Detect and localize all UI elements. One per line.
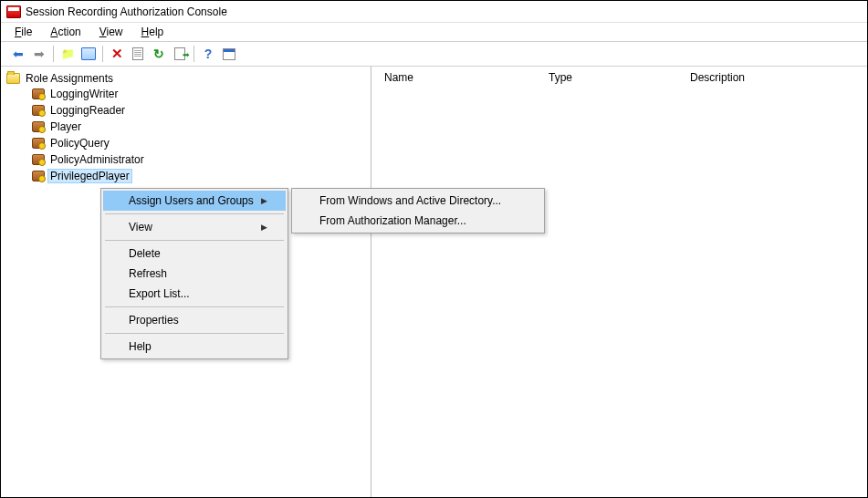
- toolbar-separator: [102, 46, 103, 62]
- ctx-separator: [105, 306, 284, 307]
- app-icon: [6, 5, 21, 18]
- role-icon: [32, 121, 45, 132]
- submenu-arrow-icon: ▶: [261, 196, 267, 205]
- document-icon: [132, 47, 143, 60]
- ctx-item-label: Properties: [129, 314, 179, 327]
- ctx-separator: [105, 333, 284, 334]
- up-button[interactable]: [58, 44, 78, 64]
- tree-item-loggingwriter[interactable]: LoggingWriter: [30, 86, 369, 102]
- calendar-icon: [223, 48, 235, 60]
- sub-from-windows-ad[interactable]: From Windows and Active Directory...: [294, 191, 542, 211]
- export-button[interactable]: [170, 44, 190, 64]
- delete-x-icon: [111, 46, 123, 62]
- toolbar-separator: [53, 46, 54, 62]
- tree-item-loggingreader[interactable]: LoggingReader: [30, 102, 369, 119]
- sub-item-label: From Authorization Manager...: [319, 214, 466, 227]
- tree-item-policyquery[interactable]: PolicyQuery: [30, 135, 369, 151]
- calendar-button[interactable]: [219, 44, 239, 64]
- back-button[interactable]: [8, 44, 28, 64]
- ctx-item-label: Refresh: [129, 267, 167, 280]
- tree-item-label: PolicyQuery: [48, 137, 111, 150]
- title-bar: Session Recording Authorization Console: [1, 1, 867, 23]
- menu-view[interactable]: View: [95, 25, 128, 39]
- menu-help[interactable]: Help: [137, 25, 169, 39]
- context-submenu: From Windows and Active Directory... Fro…: [291, 188, 545, 233]
- export-icon: [174, 47, 185, 60]
- toolbar: [1, 41, 867, 67]
- ctx-item-label: View: [129, 221, 152, 233]
- ctx-item-label: Help: [129, 340, 152, 353]
- document-button[interactable]: [128, 44, 148, 64]
- ctx-assign-users-groups[interactable]: Assign Users and Groups ▶: [103, 191, 286, 211]
- ctx-item-label: Export List...: [129, 287, 190, 300]
- role-icon: [32, 105, 45, 116]
- submenu-arrow-icon: ▶: [261, 223, 267, 232]
- refresh-button[interactable]: [149, 44, 169, 64]
- ctx-properties[interactable]: Properties: [103, 310, 286, 330]
- forward-button[interactable]: [29, 44, 49, 64]
- properties-icon: [81, 47, 96, 60]
- tree-item-label: LoggingReader: [48, 104, 127, 117]
- toolbar-separator: [193, 46, 194, 62]
- role-icon: [32, 88, 45, 99]
- tree-item-label: PolicyAdministrator: [48, 153, 146, 166]
- forward-arrow-icon: [34, 47, 45, 61]
- help-icon: [204, 47, 213, 61]
- sub-item-label: From Windows and Active Directory...: [319, 194, 501, 207]
- ctx-separator: [105, 240, 284, 241]
- role-icon: [32, 154, 45, 165]
- ctx-item-label: Delete: [129, 247, 161, 260]
- ctx-item-label: Assign Users and Groups: [129, 194, 254, 207]
- delete-button[interactable]: [107, 44, 127, 64]
- tree-item-policyadministrator[interactable]: PolicyAdministrator: [30, 151, 369, 168]
- column-header-type[interactable]: Type: [536, 70, 677, 85]
- help-button[interactable]: [198, 44, 218, 64]
- list-header: Name Type Description: [371, 67, 867, 88]
- tree-item-privilegedplayer[interactable]: PrivilegedPlayer: [30, 168, 369, 184]
- tree-item-player[interactable]: Player: [30, 119, 369, 135]
- properties-button[interactable]: [78, 44, 99, 64]
- tree-item-label: Player: [48, 120, 83, 133]
- ctx-separator: [105, 213, 284, 214]
- ctx-delete[interactable]: Delete: [103, 244, 286, 264]
- back-arrow-icon: [11, 47, 26, 61]
- menu-bar: File Action View Help: [1, 23, 867, 41]
- menu-action[interactable]: Action: [46, 25, 85, 39]
- tree-item-label: LoggingWriter: [48, 88, 120, 100]
- ctx-export[interactable]: Export List...: [103, 284, 286, 304]
- folder-icon: [6, 73, 20, 84]
- column-header-description[interactable]: Description: [677, 70, 867, 85]
- list-pane[interactable]: Name Type Description: [371, 67, 867, 497]
- context-menu: Assign Users and Groups ▶ View ▶ Delete …: [100, 188, 288, 359]
- window-title: Session Recording Authorization Console: [26, 5, 227, 18]
- ctx-help[interactable]: Help: [103, 337, 286, 357]
- ctx-view[interactable]: View ▶: [103, 217, 286, 237]
- role-icon: [32, 138, 45, 149]
- tree-root-label: Role Assignments: [24, 72, 115, 85]
- folder-up-icon: [61, 47, 75, 60]
- ctx-refresh[interactable]: Refresh: [103, 264, 286, 284]
- tree-item-label: PrivilegedPlayer: [48, 170, 131, 182]
- refresh-icon: [153, 47, 164, 61]
- role-icon: [32, 171, 45, 182]
- tree-root-node[interactable]: Role Assignments LoggingWriter LoggingRe…: [3, 70, 369, 184]
- sub-from-auth-manager[interactable]: From Authorization Manager...: [294, 211, 542, 231]
- menu-file[interactable]: File: [10, 25, 37, 39]
- column-header-name[interactable]: Name: [371, 70, 536, 85]
